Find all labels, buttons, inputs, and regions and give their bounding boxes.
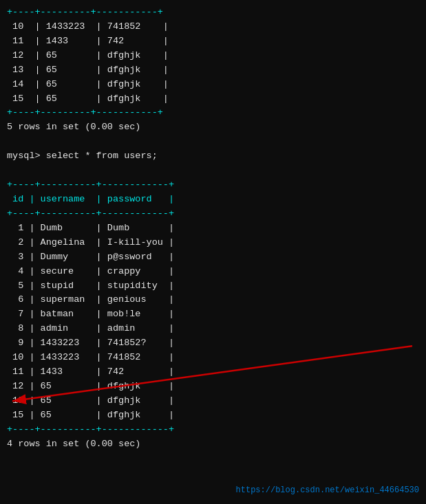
row-10: 10 | 1433223 | 741852 | [7,351,419,365]
sql-command: mysql> select * from users; [7,149,419,164]
top-row-15: 15 | 65 | dfghjk | [7,92,419,107]
bottom-table: +----+----------+------------+ id | user… [7,178,419,437]
blank-line-1 [7,135,419,149]
row-1: 1 | Dumb | Dumb | [7,221,419,236]
top-row-11: 11 | 1433 | 742 | [7,34,419,49]
top-row-12: 12 | 65 | dfghjk | [7,49,419,63]
bottom-header: id | username | password | [7,193,419,207]
top-table: +----+---------+-----------+ 10 | 143322… [7,6,419,135]
bottom-footer: 4 rows in set (0.00 sec) [7,437,419,452]
top-separator-bottom: +----+---------+-----------+ [7,106,419,120]
top-separator-top: +----+---------+-----------+ [7,6,419,20]
bottom-sep-bottom: +----+----------+------------+ [7,423,419,437]
row-11: 11 | 1433 | 742 | [7,365,419,380]
blank-line-2 [7,164,419,178]
watermark: https://blog.csdn.net/weixin_44664530 [236,484,419,497]
row-6: 6 | superman | genious | [7,293,419,307]
bottom-sep-top: +----+----------+------------+ [7,178,419,193]
row-15: 15 | 65 | dfghjk | [7,408,419,423]
top-footer: 5 rows in set (0.00 sec) [7,120,419,135]
row-3: 3 | Dummy | p@ssword | [7,250,419,265]
row-9: 9 | 1433223 | 741852? | [7,336,419,351]
terminal-window: +----+---------+-----------+ 10 | 143322… [0,0,426,504]
row-2: 2 | Angelina | I-kill-you | [7,236,419,250]
row-13: 13 | 65 | dfghjk | [7,394,419,408]
row-4: 4 | secure | crappy | [7,265,419,279]
top-row-10: 10 | 1433223 | 741852 | [7,20,419,34]
row-8: 8 | admin | admin | [7,322,419,336]
row-12: 12 | 65 | dfghjk | [7,380,419,394]
top-row-13: 13 | 65 | dfghjk | [7,63,419,78]
top-row-14: 14 | 65 | dfghjk | [7,78,419,92]
row-5: 5 | stupid | stupidity | [7,279,419,294]
bottom-sep-header: +----+----------+------------+ [7,207,419,221]
row-7: 7 | batman | mob!le | [7,307,419,322]
